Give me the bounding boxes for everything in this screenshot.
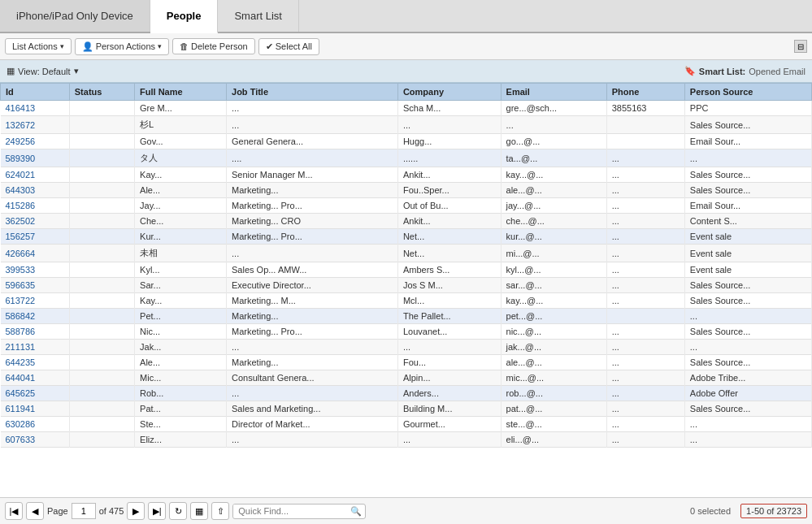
table-cell: Net...	[397, 229, 501, 245]
view-chevron: ▾	[74, 66, 79, 76]
table-cell: Email Sour...	[684, 198, 811, 214]
table-cell: Out of Bu...	[397, 198, 501, 214]
table-cell: Event sale	[684, 229, 811, 245]
quick-find-input[interactable]	[233, 505, 347, 518]
table-cell: Marketing... Pro...	[227, 198, 398, 214]
cell-id[interactable]: 156257	[1, 229, 70, 245]
table-cell: PPC	[684, 101, 811, 116]
table-cell: ...	[397, 432, 501, 448]
cell-id[interactable]: 415286	[1, 198, 70, 214]
cell-id[interactable]: 644303	[1, 183, 70, 198]
tab-smart-list[interactable]: Smart List	[218, 0, 299, 32]
cell-id[interactable]: 399533	[1, 262, 70, 278]
table-cell: Hugg...	[397, 134, 501, 149]
view-selector[interactable]: ▦ View: Default ▾	[7, 66, 79, 76]
cell-id[interactable]: 624021	[1, 167, 70, 183]
prev-page-button[interactable]: ◀	[26, 502, 44, 520]
col-personsource[interactable]: Person Source	[684, 84, 811, 101]
delete-person-label: Delete Person	[191, 41, 248, 51]
table-cell: Director of Market...	[227, 417, 398, 432]
cell-id[interactable]: 645625	[1, 386, 70, 401]
first-page-button[interactable]: |◀	[5, 502, 23, 520]
next-page-button[interactable]: ▶	[127, 502, 145, 520]
col-status[interactable]: Status	[69, 84, 134, 101]
table-cell	[606, 116, 684, 134]
table-cell	[69, 401, 134, 417]
minimize-button[interactable]: ⊟	[794, 40, 807, 53]
table-cell: Sales and Marketing...	[227, 401, 398, 417]
col-id[interactable]: Id	[1, 84, 70, 101]
table-cell: Jak...	[135, 340, 227, 355]
cell-id[interactable]: 211131	[1, 340, 70, 355]
table-cell: Nic...	[135, 324, 227, 340]
table-cell: Gov...	[135, 134, 227, 149]
table-cell: Sales Source...	[684, 116, 811, 134]
table-cell: Sales Op... AMW...	[227, 262, 398, 278]
table-cell: kay...@...	[501, 293, 606, 309]
col-company[interactable]: Company	[397, 84, 501, 101]
cell-id[interactable]: 588786	[1, 324, 70, 340]
table-row: 613722Kay...Marketing... M...Mcl...kay..…	[1, 293, 812, 309]
table-cell: Marketing... Pro...	[227, 324, 398, 340]
search-icon[interactable]: 🔍	[347, 505, 365, 518]
cell-id[interactable]: 586842	[1, 309, 70, 324]
list-actions-button[interactable]: List Actions ▾	[5, 38, 72, 54]
tab-iphone-ipad[interactable]: iPhone/iPad Only Device	[0, 0, 150, 32]
table-cell: go...@...	[501, 134, 606, 149]
table-cell: Marketing... M...	[227, 293, 398, 309]
table-cell: Sar...	[135, 278, 227, 293]
table-cell: ...	[227, 386, 398, 401]
table-cell: Adobe Offer	[684, 386, 811, 401]
cell-id[interactable]: 644041	[1, 370, 70, 386]
col-jobtitle[interactable]: Job Title	[227, 84, 398, 101]
selected-count: 0 selected	[690, 506, 731, 516]
col-email[interactable]: Email	[501, 84, 606, 101]
tab-people[interactable]: People	[150, 0, 219, 33]
page-number-input[interactable]	[72, 503, 96, 519]
table-cell: Sales Source...	[684, 401, 811, 417]
last-page-button[interactable]: ▶|	[148, 502, 166, 520]
cell-id[interactable]: 416413	[1, 101, 70, 116]
table-cell: ta...@...	[501, 149, 606, 167]
pagination-info[interactable]: 1-50 of 23723	[740, 504, 807, 518]
table-cell: Mcl...	[397, 293, 501, 309]
table-cell: nic...@...	[501, 324, 606, 340]
table-cell: ...	[606, 386, 684, 401]
col-fullname[interactable]: Full Name	[135, 84, 227, 101]
table-cell	[69, 432, 134, 448]
cell-id[interactable]: 611941	[1, 401, 70, 417]
grid-view-button[interactable]: ▦	[190, 502, 208, 520]
table-cell	[69, 262, 134, 278]
col-phone[interactable]: Phone	[606, 84, 684, 101]
table-cell	[69, 149, 134, 167]
delete-person-button[interactable]: 🗑 Delete Person	[172, 38, 255, 54]
table-cell: General Genera...	[227, 134, 398, 149]
table-cell	[69, 370, 134, 386]
select-all-button[interactable]: ✔ Select All	[258, 38, 319, 55]
table-cell: sar...@...	[501, 278, 606, 293]
list-actions-chevron: ▾	[60, 42, 64, 50]
cell-id[interactable]: 132672	[1, 116, 70, 134]
cell-id[interactable]: 249256	[1, 134, 70, 149]
cell-id[interactable]: 426664	[1, 245, 70, 262]
person-actions-button[interactable]: 👤 Person Actions ▾	[75, 38, 169, 55]
export-button[interactable]: ⇧	[211, 502, 229, 520]
table-cell	[69, 309, 134, 324]
cell-id[interactable]: 596635	[1, 278, 70, 293]
table-cell: Alpin...	[397, 370, 501, 386]
cell-id[interactable]: 644235	[1, 355, 70, 370]
cell-id[interactable]: 630286	[1, 417, 70, 432]
refresh-button[interactable]: ↻	[169, 502, 187, 520]
cell-id[interactable]: 613722	[1, 293, 70, 309]
table-cell: ...	[606, 167, 684, 183]
table-cell: ...	[606, 245, 684, 262]
table-cell: Kay...	[135, 167, 227, 183]
table-cell: Senior Manager M...	[227, 167, 398, 183]
table-cell: ...	[606, 401, 684, 417]
cell-id[interactable]: 607633	[1, 432, 70, 448]
cell-id[interactable]: 362502	[1, 214, 70, 229]
people-table: Id Status Full Name Job Title Company Em…	[0, 83, 812, 448]
cell-id[interactable]: 589390	[1, 149, 70, 167]
table-cell: 3855163	[606, 101, 684, 116]
table-cell: Fou..Sper...	[397, 183, 501, 198]
